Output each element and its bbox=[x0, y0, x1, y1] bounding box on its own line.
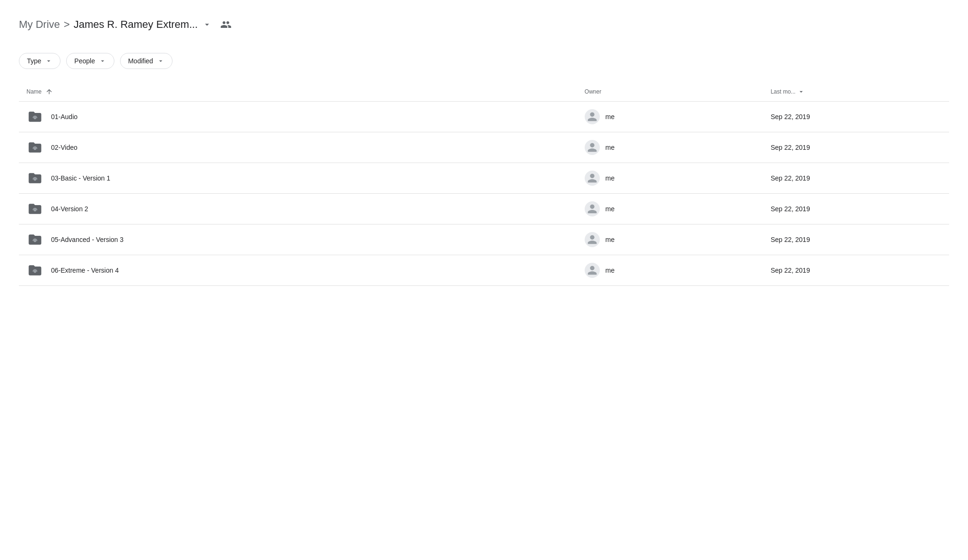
table-row[interactable]: 06-Extreme - Version 4 me Sep 22, 2019 bbox=[19, 255, 949, 286]
modified-filter-button[interactable]: Modified bbox=[120, 53, 173, 69]
table-body: 01-Audio me Sep 22, 2019 02-Video bbox=[19, 102, 949, 286]
avatar bbox=[585, 109, 600, 124]
my-drive-link[interactable]: My Drive bbox=[19, 18, 60, 31]
name-header-label: Name bbox=[26, 88, 42, 95]
file-name-cell: 06-Extreme - Version 4 bbox=[26, 262, 570, 279]
avatar bbox=[585, 263, 600, 278]
folder-chevron-icon[interactable] bbox=[201, 19, 213, 30]
owner-name: me bbox=[605, 205, 614, 213]
folder-breadcrumb[interactable]: James R. Ramey Extrem... bbox=[74, 18, 213, 31]
modified-column-header[interactable]: Last mo... bbox=[763, 84, 949, 102]
avatar bbox=[585, 232, 600, 247]
folder-icon bbox=[26, 262, 43, 279]
file-name-cell: 03-Basic - Version 1 bbox=[26, 170, 570, 187]
svg-point-1 bbox=[34, 147, 36, 150]
file-name-text: 02-Video bbox=[51, 144, 78, 151]
file-name-cell: 05-Advanced - Version 3 bbox=[26, 231, 570, 248]
file-name-text: 03-Basic - Version 1 bbox=[51, 174, 110, 182]
file-name-text: 01-Audio bbox=[51, 113, 78, 121]
modified-date: Sep 22, 2019 bbox=[763, 163, 949, 194]
name-sort-icon bbox=[45, 88, 53, 95]
modified-date: Sep 22, 2019 bbox=[763, 102, 949, 132]
modified-filter-label: Modified bbox=[128, 57, 153, 65]
manage-people-button[interactable] bbox=[216, 15, 235, 34]
file-name-text: 06-Extreme - Version 4 bbox=[51, 267, 119, 274]
owner-cell: me bbox=[585, 140, 756, 155]
table-row[interactable]: 01-Audio me Sep 22, 2019 bbox=[19, 102, 949, 132]
table-row[interactable]: 02-Video me Sep 22, 2019 bbox=[19, 132, 949, 163]
name-column-header[interactable]: Name bbox=[19, 84, 577, 102]
folder-icon bbox=[26, 231, 43, 248]
type-filter-button[interactable]: Type bbox=[19, 53, 60, 69]
owner-cell: me bbox=[585, 232, 756, 247]
files-table: Name Owner Last mo... bbox=[19, 84, 949, 286]
svg-point-4 bbox=[34, 240, 36, 242]
table-row[interactable]: 04-Version 2 me Sep 22, 2019 bbox=[19, 194, 949, 224]
svg-point-5 bbox=[34, 270, 36, 273]
owner-header-label: Owner bbox=[585, 88, 601, 95]
file-name-text: 04-Version 2 bbox=[51, 205, 88, 213]
avatar bbox=[585, 140, 600, 155]
owner-cell: me bbox=[585, 201, 756, 216]
modified-date: Sep 22, 2019 bbox=[763, 255, 949, 286]
type-filter-label: Type bbox=[27, 57, 41, 65]
owner-cell: me bbox=[585, 109, 756, 124]
folder-icon bbox=[26, 170, 43, 187]
owner-name: me bbox=[605, 267, 614, 274]
table-header: Name Owner Last mo... bbox=[19, 84, 949, 102]
folder-name: James R. Ramey Extrem... bbox=[74, 18, 198, 31]
file-name-cell: 02-Video bbox=[26, 139, 570, 156]
svg-point-3 bbox=[34, 209, 36, 211]
owner-name: me bbox=[605, 174, 614, 182]
owner-name: me bbox=[605, 236, 614, 243]
folder-icon bbox=[26, 139, 43, 156]
modified-date: Sep 22, 2019 bbox=[763, 132, 949, 163]
modified-date: Sep 22, 2019 bbox=[763, 224, 949, 255]
type-chevron-icon bbox=[45, 57, 52, 65]
svg-point-0 bbox=[34, 117, 36, 119]
people-chevron-icon bbox=[99, 57, 106, 65]
owner-cell: me bbox=[585, 263, 756, 278]
file-name-cell: 01-Audio bbox=[26, 108, 570, 125]
avatar bbox=[585, 201, 600, 216]
owner-cell: me bbox=[585, 171, 756, 186]
owner-name: me bbox=[605, 144, 614, 151]
folder-icon bbox=[26, 108, 43, 125]
table-row[interactable]: 03-Basic - Version 1 me Sep 22, 2019 bbox=[19, 163, 949, 194]
modified-header-label: Last mo... bbox=[770, 88, 795, 95]
file-name-text: 05-Advanced - Version 3 bbox=[51, 236, 123, 243]
table-row[interactable]: 05-Advanced - Version 3 me Sep 22, 2019 bbox=[19, 224, 949, 255]
owner-name: me bbox=[605, 113, 614, 121]
modified-sort-icon bbox=[797, 88, 805, 95]
breadcrumb-separator: > bbox=[64, 18, 70, 31]
people-filter-label: People bbox=[74, 57, 95, 65]
svg-point-2 bbox=[34, 178, 36, 181]
breadcrumb: My Drive > James R. Ramey Extrem... bbox=[19, 15, 949, 34]
avatar bbox=[585, 171, 600, 186]
folder-icon bbox=[26, 200, 43, 217]
modified-chevron-icon bbox=[157, 57, 164, 65]
people-filter-button[interactable]: People bbox=[66, 53, 114, 69]
owner-column-header: Owner bbox=[577, 84, 763, 102]
modified-date: Sep 22, 2019 bbox=[763, 194, 949, 224]
filters-row: Type People Modified bbox=[19, 53, 949, 69]
file-name-cell: 04-Version 2 bbox=[26, 200, 570, 217]
